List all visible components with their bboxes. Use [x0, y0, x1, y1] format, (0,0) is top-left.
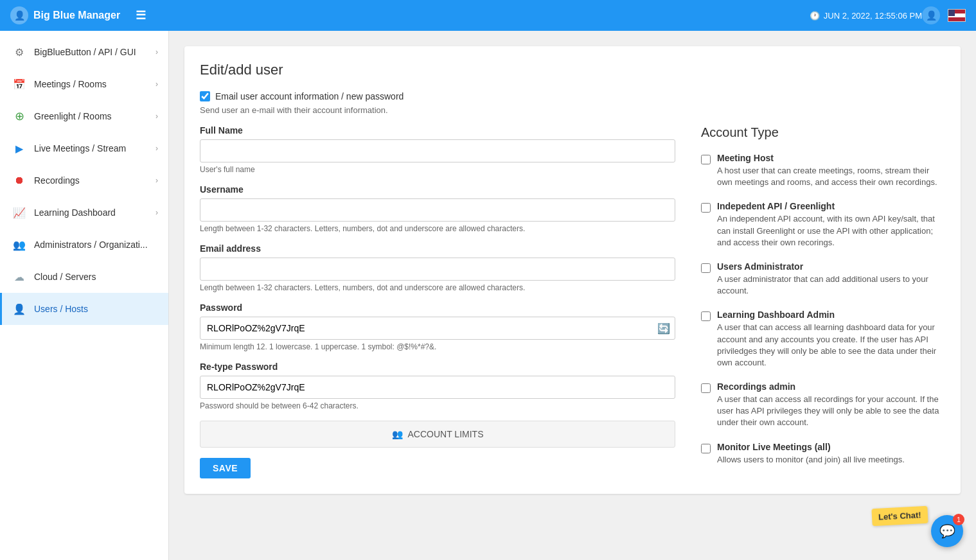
learning-dashboard-admin-desc: A user that can access all learning dash…	[717, 322, 945, 369]
retype-password-label: Re-type Password	[200, 362, 675, 372]
page-title: Edit/add user	[200, 62, 945, 78]
cloud-icon: ☁	[12, 270, 26, 284]
password-input[interactable]	[200, 317, 675, 340]
brand: 👤 Big Blue Manager ☰	[10, 6, 810, 24]
lets-chat-note: Let's Chat!	[872, 506, 928, 526]
users-admin-checkbox[interactable]	[701, 263, 711, 273]
password-field-group: Password 🔄 Minimum length 12. 1 lowercas…	[200, 302, 675, 351]
dashboard-icon: 📈	[12, 206, 26, 220]
chevron-right-icon: ›	[155, 208, 158, 217]
sidebar-item-greenlight[interactable]: ⊕ Greenlight / Rooms ›	[0, 100, 168, 132]
email-field-group: Email address Length between 1-32 charac…	[200, 243, 675, 292]
password-wrapper: 🔄	[200, 317, 675, 340]
email-checkbox-helper: Send user an e-mail with their account i…	[200, 105, 945, 115]
chevron-right-icon: ›	[155, 176, 158, 185]
datetime-text: JUN 2, 2022, 12:55:06 PM	[824, 11, 922, 21]
sidebar-item-label: Meetings / Rooms	[34, 79, 148, 89]
learning-dashboard-admin-checkbox[interactable]	[701, 311, 711, 321]
account-type-title: Account Type	[701, 125, 945, 140]
username-input[interactable]	[200, 198, 675, 222]
account-limits-label: ACCOUNT LIMITS	[408, 429, 484, 439]
sidebar-item-label: Cloud / Servers	[34, 272, 158, 282]
meeting-host-checkbox[interactable]	[701, 155, 711, 164]
email-checkbox[interactable]	[200, 91, 210, 101]
recordings-admin-desc: A user that can access all recordings fo…	[717, 394, 945, 429]
form-section: Full Name User's full name Username Leng…	[200, 125, 675, 478]
recording-icon: ⏺	[12, 173, 26, 188]
account-limits-button[interactable]: 👥 ACCOUNT LIMITS	[200, 421, 675, 448]
plus-circle-icon: ⊕	[12, 109, 26, 123]
retype-password-field-group: Re-type Password Password should be betw…	[200, 362, 675, 410]
sidebar: ⚙ BigBlueButton / API / GUI › 📅 Meetings…	[0, 31, 169, 560]
refresh-password-button[interactable]: 🔄	[657, 322, 670, 335]
account-type-learning-dashboard-admin: Learning Dashboard Admin A user that can…	[701, 310, 945, 369]
sidebar-item-label: Greenlight / Rooms	[34, 111, 148, 121]
calendar-icon: 📅	[12, 77, 26, 91]
main-content: Edit/add user Email user account informa…	[169, 31, 976, 560]
username-hint: Length between 1-32 characters. Letters,…	[200, 224, 675, 233]
chat-badge: 1	[953, 514, 964, 525]
password-hint: Minimum length 12. 1 lowercase. 1 upperc…	[200, 342, 675, 351]
recordings-admin-checkbox[interactable]	[701, 383, 711, 393]
content-card: Edit/add user Email user account informa…	[184, 46, 961, 494]
user-avatar[interactable]: 👤	[922, 6, 940, 24]
independent-api-checkbox[interactable]	[701, 203, 711, 213]
chevron-right-icon: ›	[155, 48, 158, 57]
full-name-input[interactable]	[200, 139, 675, 162]
sidebar-item-label: Users / Hosts	[34, 304, 158, 314]
account-limits-icon: 👥	[392, 429, 403, 439]
recordings-admin-name: Recordings admin	[717, 381, 945, 392]
nav-right-icons: 👤	[922, 6, 966, 24]
independent-api-desc: An independent API account, with its own…	[717, 213, 945, 249]
independent-api-name: Indepedent API / Greenlight	[717, 201, 945, 211]
email-hint: Length between 1-32 characters. Letters,…	[200, 283, 675, 292]
retype-password-hint: Password should be between 6-42 characte…	[200, 401, 675, 410]
sidebar-item-learning-dashboard[interactable]: 📈 Learning Dashboard ›	[0, 197, 168, 229]
account-type-section: Account Type Meeting Host A host user th…	[701, 125, 945, 478]
sidebar-item-live-meetings[interactable]: ▶ Live Meetings / Stream ›	[0, 132, 168, 164]
save-button[interactable]: SAVE	[200, 458, 251, 478]
full-name-field-group: Full Name User's full name	[200, 125, 675, 174]
email-input[interactable]	[200, 258, 675, 281]
play-icon: ▶	[12, 141, 26, 155]
chat-bubble[interactable]: 💬 1	[931, 515, 963, 547]
admin-icon: 👥	[12, 238, 26, 252]
monitor-live-name: Monitor Live Meetings (all)	[717, 442, 905, 452]
username-label: Username	[200, 184, 675, 195]
sidebar-item-bigbluebutton[interactable]: ⚙ BigBlueButton / API / GUI ›	[0, 36, 168, 68]
sidebar-item-administrators[interactable]: 👥 Administrators / Organizati...	[0, 229, 168, 261]
sidebar-item-recordings[interactable]: ⏺ Recordings ›	[0, 164, 168, 197]
chevron-right-icon: ›	[155, 144, 158, 153]
retype-password-input[interactable]	[200, 376, 675, 399]
hamburger-menu[interactable]: ☰	[136, 8, 146, 22]
brand-icon: 👤	[10, 6, 28, 24]
monitor-live-checkbox[interactable]	[701, 444, 711, 453]
chevron-right-icon: ›	[155, 112, 158, 121]
language-flag[interactable]	[948, 9, 966, 22]
users-admin-name: Users Administrator	[717, 261, 945, 272]
account-type-independent-api: Indepedent API / Greenlight An independe…	[701, 201, 945, 249]
meeting-host-desc: A host user that can create meetings, ro…	[717, 165, 945, 188]
sidebar-item-cloud-servers[interactable]: ☁ Cloud / Servers	[0, 261, 168, 293]
email-checkbox-label[interactable]: Email user account information / new pas…	[215, 91, 404, 101]
account-type-meeting-host: Meeting Host A host user that can create…	[701, 153, 945, 188]
users-icon: 👤	[12, 302, 26, 316]
sidebar-item-label: Administrators / Organizati...	[34, 240, 158, 250]
email-checkbox-row: Email user account information / new pas…	[200, 91, 945, 101]
datetime: 🕐 JUN 2, 2022, 12:55:06 PM	[810, 11, 922, 21]
password-label: Password	[200, 302, 675, 313]
meeting-host-name: Meeting Host	[717, 153, 945, 163]
sidebar-item-label: Live Meetings / Stream	[34, 143, 148, 153]
full-name-label: Full Name	[200, 125, 675, 136]
chevron-right-icon: ›	[155, 80, 158, 89]
account-type-recordings-admin: Recordings admin A user that can access …	[701, 381, 945, 429]
sidebar-item-meetings[interactable]: 📅 Meetings / Rooms ›	[0, 68, 168, 100]
gear-icon: ⚙	[12, 45, 26, 59]
username-field-group: Username Length between 1-32 characters.…	[200, 184, 675, 233]
sidebar-item-users-hosts[interactable]: 👤 Users / Hosts	[0, 293, 168, 325]
sidebar-item-label: Learning Dashboard	[34, 207, 148, 218]
full-name-hint: User's full name	[200, 165, 675, 174]
two-col-layout: Full Name User's full name Username Leng…	[200, 125, 945, 478]
main-layout: ⚙ BigBlueButton / API / GUI › 📅 Meetings…	[0, 31, 976, 560]
sidebar-item-label: Recordings	[34, 175, 148, 186]
